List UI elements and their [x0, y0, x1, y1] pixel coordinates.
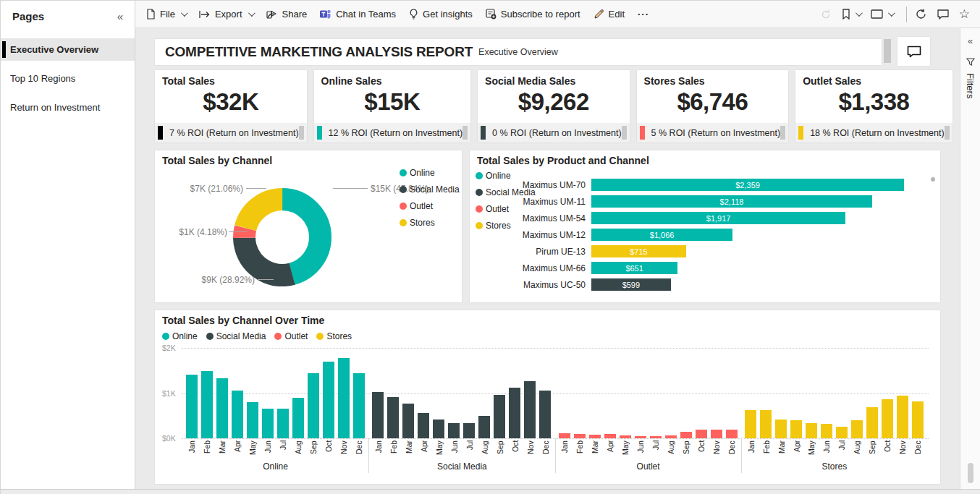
kpi-strip-scrollbar[interactable] — [945, 126, 950, 140]
legend-item-outlet[interactable]: Outlet — [400, 201, 460, 211]
kpi-card-outlet-sales[interactable]: Outlet Sales$1,33818 % ROI (Return on In… — [795, 70, 952, 142]
column-social-media-nov[interactable] — [524, 381, 536, 438]
column-online-feb[interactable] — [201, 371, 213, 438]
rail-scrollbar-thumb[interactable] — [968, 463, 973, 483]
donut-chart[interactable] — [233, 188, 331, 286]
edit-button[interactable]: Edit — [594, 9, 625, 20]
column-outlet-jan[interactable] — [559, 433, 570, 438]
kpi-strip-scrollbar[interactable] — [299, 126, 304, 140]
column-social-media-jun[interactable] — [448, 423, 460, 438]
product-bar-chart-card[interactable]: Total Sales by Product and Channel Onlin… — [470, 150, 940, 302]
column-social-media-feb[interactable] — [387, 397, 399, 439]
kpi-strip-scrollbar[interactable] — [462, 126, 468, 140]
bar-maximus-um-70[interactable]: $2,359 — [591, 179, 904, 191]
column-online-oct[interactable] — [323, 362, 334, 438]
column-stores-aug[interactable] — [851, 420, 863, 438]
legend-item-stores[interactable]: Stores — [400, 218, 460, 228]
column-stores-feb[interactable] — [760, 410, 772, 438]
column-stores-mar[interactable] — [775, 420, 787, 438]
legend-item-online[interactable]: Online — [162, 331, 198, 341]
kpi-card-social-media-sales[interactable]: Social Media Sales$9,2620 % ROI (Return … — [478, 70, 630, 142]
column-online-sep[interactable] — [308, 373, 319, 438]
bar-row-maximus-um-12[interactable]: Maximus UM-12$1,066 — [470, 229, 923, 241]
kpi-card-stores-sales[interactable]: Stores Sales$6,7465 % ROI (Return on Inv… — [637, 70, 789, 142]
column-online-mar[interactable] — [216, 378, 228, 438]
column-social-media-mar[interactable] — [402, 404, 414, 438]
sidebar-item-return-on-investment[interactable]: Return on Investment — [1, 96, 135, 119]
column-online-jul[interactable] — [277, 409, 289, 438]
sidebar-item-top-10-regions[interactable]: Top 10 Regions — [1, 67, 135, 90]
column-social-media-apr[interactable] — [418, 413, 429, 438]
column-outlet-sep[interactable] — [680, 432, 692, 438]
legend-item-social-media[interactable]: Social Media — [400, 184, 460, 195]
kpi-card-online-sales[interactable]: Online Sales$15K12 % ROI (Return on Inve… — [314, 70, 471, 142]
column-social-media-jan[interactable] — [372, 392, 384, 438]
column-stores-jan[interactable] — [745, 410, 756, 438]
legend-item-outlet[interactable]: Outlet — [274, 331, 308, 341]
column-outlet-nov[interactable] — [711, 430, 722, 439]
column-stores-jul[interactable] — [836, 427, 848, 438]
legend-item-online[interactable]: Online — [400, 168, 460, 178]
bar-maximus-um-12[interactable]: $1,066 — [591, 229, 732, 241]
column-outlet-dec[interactable] — [726, 430, 738, 438]
column-online-jan[interactable] — [186, 375, 198, 438]
legend-item-social-media[interactable]: Social Media — [206, 331, 266, 341]
column-online-jun[interactable] — [262, 409, 274, 438]
time-series-chart-card[interactable]: Total Sales by Channel Over Time OnlineS… — [155, 310, 940, 484]
export-menu-button[interactable]: Export — [199, 9, 253, 20]
column-online-may[interactable] — [247, 402, 258, 438]
column-stores-apr[interactable] — [790, 420, 802, 438]
column-stores-nov[interactable] — [897, 396, 908, 438]
subscribe-to-report-button[interactable]: Subscribe to report — [486, 9, 580, 20]
column-stores-may[interactable] — [806, 423, 817, 438]
filter-funnel-icon[interactable] — [966, 58, 975, 66]
column-social-media-sep[interactable] — [494, 395, 505, 438]
kpi-strip-scrollbar[interactable] — [780, 126, 785, 140]
bar-pirum-ue-13[interactable]: $715 — [591, 245, 686, 257]
column-stores-dec[interactable] — [912, 401, 924, 438]
add-comment-button[interactable] — [897, 37, 930, 66]
column-social-media-aug[interactable] — [478, 416, 490, 438]
more-options-button[interactable]: ··· — [638, 9, 649, 20]
column-online-dec[interactable] — [353, 373, 365, 438]
view-menu-button[interactable] — [871, 9, 893, 19]
column-stores-sep[interactable] — [866, 407, 878, 438]
column-outlet-oct[interactable] — [696, 430, 707, 439]
column-online-apr[interactable] — [232, 391, 243, 438]
expand-filters-icon[interactable]: « — [968, 35, 973, 46]
chart-scrollbar-thumb[interactable] — [931, 177, 935, 182]
bar-row-maximus-um-66[interactable]: Maximus UM-66$651 — [470, 262, 923, 274]
chat-in-teams-button[interactable]: Chat in Teams — [320, 9, 396, 20]
bar-maximus-uc-50[interactable]: $599 — [591, 278, 671, 291]
bar-maximus-um-11[interactable]: $2,118 — [591, 195, 872, 208]
sidebar-item-executive-overview[interactable]: Executive Overview — [1, 38, 135, 61]
comments-button[interactable] — [937, 9, 949, 20]
favorite-button[interactable]: ☆ — [959, 8, 970, 20]
kpi-card-total-sales[interactable]: Total Sales$32K7 % ROI (Return on Invest… — [155, 70, 307, 142]
column-stores-oct[interactable] — [882, 399, 893, 438]
filters-label[interactable]: Filters — [965, 73, 976, 98]
bar-maximus-um-66[interactable]: $651 — [591, 262, 677, 274]
column-social-media-may[interactable] — [433, 420, 444, 438]
bar-row-pirum-ue-13[interactable]: Pirum UE-13$715 — [470, 245, 923, 257]
column-online-aug[interactable] — [292, 398, 304, 438]
titlebar-scrollbar[interactable] — [884, 39, 891, 63]
bar-row-maximus-um-54[interactable]: Maximus UM-54$1,917 — [470, 212, 923, 224]
bar-row-maximus-uc-50[interactable]: Maximus UC-50$599 — [470, 278, 923, 291]
refresh-button[interactable] — [916, 9, 927, 20]
bar-row-maximus-um-70[interactable]: Maximus UM-70$2,359 — [470, 179, 923, 191]
share-button[interactable]: Share — [266, 9, 308, 20]
legend-item-stores[interactable]: Stores — [316, 331, 352, 341]
column-stores-jun[interactable] — [821, 424, 832, 438]
bookmarks-button[interactable] — [842, 9, 861, 20]
column-online-nov[interactable] — [338, 358, 350, 438]
column-social-media-oct[interactable] — [509, 388, 520, 438]
bar-row-maximus-um-11[interactable]: Maximus UM-11$2,118 — [470, 195, 923, 208]
column-social-media-dec[interactable] — [539, 391, 551, 438]
collapse-pages-icon[interactable]: « — [117, 10, 123, 22]
file-menu-button[interactable]: File — [145, 9, 186, 20]
get-insights-button[interactable]: Get insights — [409, 9, 473, 20]
column-social-media-jul[interactable] — [463, 423, 475, 438]
bar-maximus-um-54[interactable]: $1,917 — [591, 212, 845, 224]
kpi-strip-scrollbar[interactable] — [622, 126, 627, 140]
